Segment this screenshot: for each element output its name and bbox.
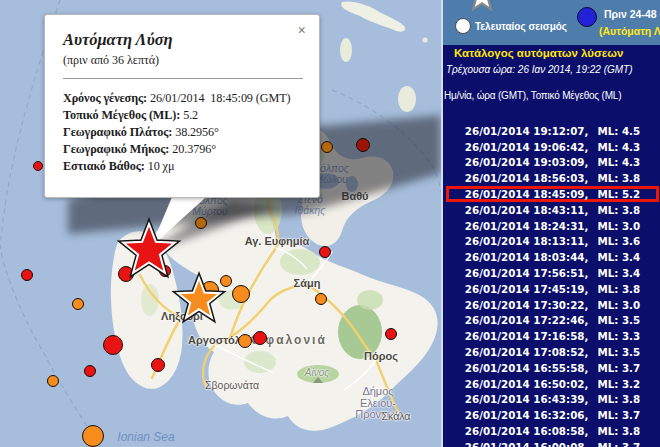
popup-details: Χρόνος γένεσης: 26/01/2014 18:45:09 (GMT… <box>63 90 303 175</box>
catalog-row[interactable]: 26/01/2014 19:06:42,ML: 4.3 <box>446 139 659 155</box>
earthquake-map[interactable]: Κόλπος ΜύρτουΚόλπος ΜώλουΒαθύΣτενό Ιθάκη… <box>0 0 441 447</box>
catalog-row[interactable]: 26/01/2014 18:43:11,ML: 3.8 <box>446 202 659 218</box>
catalog-row[interactable]: 26/01/2014 18:03:44,ML: 3.4 <box>446 249 659 265</box>
catalog-row[interactable]: 26/01/2014 17:22:46,ML: 3.5 <box>446 313 659 329</box>
popup-detail-line: Γεωγραφικό Μήκος: 20.3796° <box>63 141 303 158</box>
catalog-row[interactable]: 26/01/2014 18:24:31,ML: 3.0 <box>446 218 659 234</box>
catalog-row[interactable]: 26/01/2014 18:56:03,ML: 3.8 <box>446 170 659 186</box>
catalog-current-time: Τρέχουσα ώρα: 26 Ιαν 2014, 19:22 (GMT) <box>446 64 633 75</box>
popup-detail-line: Τοπικό Μέγεθος (ML): 5.2 <box>63 107 303 124</box>
catalog-row[interactable]: 26/01/2014 16:43:39,ML: 3.8 <box>446 392 659 408</box>
popup-detail-line: Εστιακό Βάθος: 10 χμ <box>63 158 303 175</box>
epicenter-star-orange[interactable] <box>178 278 220 318</box>
close-icon[interactable]: × <box>297 22 306 39</box>
catalog-row[interactable]: 26/01/2014 17:16:58,ML: 3.3 <box>446 328 659 344</box>
last-quake-circle-icon <box>455 18 471 34</box>
catalog-row[interactable]: 26/01/2014 16:00:08,ML: 3.7 <box>446 439 659 447</box>
legend-band: Τελευταίος σεισμός Πριν 24-48 ώρες (Αυτό… <box>443 0 660 45</box>
popup-time-ago: (πριν από 36 λεπτά) <box>63 53 303 68</box>
catalog-row[interactable]: 26/01/2014 17:30:22,ML: 3.0 <box>446 297 659 313</box>
popup-title: Αυτόματη Λύση <box>63 30 303 50</box>
catalog-panel: Τελευταίος σεισμός Πριν 24-48 ώρες (Αυτό… <box>441 0 660 447</box>
auto-solution-popup: × Αυτόματη Λύση (πριν από 36 λεπτά) Χρόν… <box>44 14 320 198</box>
popup-detail-line: Γεωγραφικό Πλάτος: 38.2956° <box>63 124 303 141</box>
catalog-columns-header: Ημ/νία, ώρα (GMT), Τοπικό Μέγεθος (ML) <box>444 90 621 101</box>
legend-recent-label: Πριν 24-48 ώρες <box>604 8 660 20</box>
catalog-row[interactable]: 26/01/2014 16:08:58,ML: 3.8 <box>446 423 659 439</box>
catalog-row[interactable]: 26/01/2014 18:13:11,ML: 3.6 <box>446 234 659 250</box>
popup-divider <box>63 78 303 79</box>
seismic-monitor-app: Κόλπος ΜύρτουΚόλπος ΜώλουΒαθύΣτενό Ιθάκη… <box>0 0 660 447</box>
last-quake-star-icon <box>455 0 515 14</box>
legend-last-quake-label: Τελευταίος σεισμός <box>475 21 567 32</box>
catalog-row[interactable]: 26/01/2014 17:08:52,ML: 3.5 <box>446 344 659 360</box>
catalog-row[interactable]: 26/01/2014 19:03:09,ML: 4.3 <box>446 155 659 171</box>
catalog-row[interactable]: 26/01/2014 16:50:02,ML: 3.2 <box>446 376 659 392</box>
catalog-row[interactable]: 26/01/2014 17:56:51,ML: 3.4 <box>446 265 659 281</box>
legend-recent-sublabel: (Αυτόματη Λύση) <box>599 25 660 37</box>
catalog-row[interactable]: 26/01/2014 16:32:06,ML: 3.7 <box>446 407 659 423</box>
catalog-row[interactable]: 26/01/2014 16:55:58,ML: 3.7 <box>446 360 659 376</box>
catalog-row[interactable]: 26/01/2014 17:45:19,ML: 3.8 <box>446 281 659 297</box>
catalog-event-list: 26/01/2014 19:12:07,ML: 4.526/01/2014 19… <box>443 123 660 447</box>
recent-quake-circle-icon <box>577 7 597 27</box>
popup-detail-line: Χρόνος γένεσης: 26/01/2014 18:45:09 (GMT… <box>63 90 303 107</box>
catalog-row[interactable]: 26/01/2014 19:12:07,ML: 4.5 <box>446 123 659 139</box>
epicenter-star-red[interactable] <box>123 224 174 273</box>
catalog-row-highlighted[interactable]: 26/01/2014 18:45:09,ML: 5.2 <box>446 186 659 202</box>
catalog-title: Κατάλογος αυτόματων λύσεων <box>454 47 623 59</box>
